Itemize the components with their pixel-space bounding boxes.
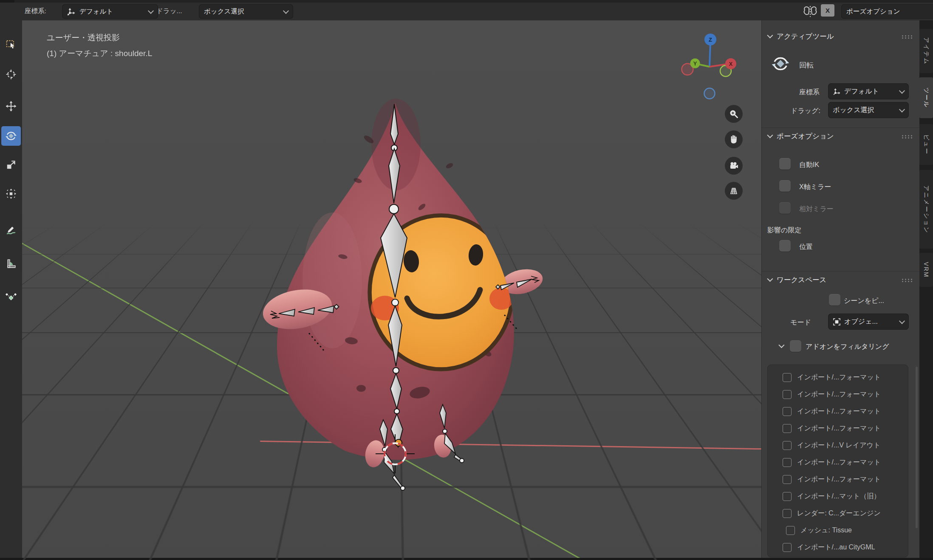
camera-icon (729, 161, 739, 171)
perspective-toggle-button[interactable] (725, 182, 743, 200)
perspective-grid-icon (729, 186, 739, 196)
panel-orientation-value: デフォルト (844, 87, 896, 96)
addon-list: インポート/...フォーマット インポート/...フォーマット インポート/..… (767, 365, 908, 557)
addon-row[interactable]: メッシュ: Tissue (768, 522, 908, 539)
blender-window: 座標系: デフォルト ドラッ... ボックス選択 (0, 0, 933, 560)
addon-checkbox[interactable] (783, 543, 792, 552)
orientation-label: 座標系: (25, 7, 46, 16)
viewport-3d[interactable]: ユーザー・透視投影 (1) アーマチュア : shoulder.L Y X Z (22, 20, 761, 560)
gizmo-z-label: Z (709, 37, 712, 43)
addon-checkbox[interactable] (783, 509, 792, 518)
gizmo-neg-z[interactable] (704, 88, 715, 99)
measure-ruler-icon (6, 258, 17, 269)
addon-checkbox[interactable] (783, 407, 792, 416)
navigation-gizmo[interactable]: Y X Z (680, 25, 744, 106)
location-checkbox[interactable] (779, 240, 791, 252)
pin-scene-checkbox[interactable] (829, 294, 840, 305)
addon-checkbox[interactable] (786, 526, 795, 535)
scrollbar[interactable] (916, 367, 918, 528)
addon-row[interactable]: インポート/...V レイアウト (768, 437, 908, 454)
panel-grip-icon[interactable] (901, 135, 914, 139)
select-box-icon (6, 39, 17, 50)
addon-row[interactable]: インポート/...フォーマット (768, 386, 908, 403)
panel-grip-icon[interactable] (901, 35, 914, 39)
chevron-down-icon (148, 8, 154, 14)
tool-move[interactable] (1, 96, 21, 116)
pose-options-dropdown[interactable]: ポーズオプション (841, 4, 933, 19)
tool-rotate[interactable] (1, 126, 21, 146)
filter-addons-checkbox[interactable] (790, 340, 801, 352)
tool-cursor[interactable] (1, 65, 21, 84)
zoom-button[interactable] (725, 105, 743, 123)
x-axis-mirror-label: X軸ミラー (799, 183, 831, 192)
panel-title: アクティブツール (777, 32, 896, 41)
panel-orientation-dropdown[interactable]: デフォルト (828, 83, 909, 99)
filter-addons-label: アドオンをフィルタリング (806, 342, 889, 351)
panel-header-workspace[interactable]: ワークスペース (767, 275, 914, 285)
addon-row[interactable]: インポート/...フォーマット (768, 369, 908, 386)
tab-tool[interactable]: ツール (919, 77, 933, 118)
tool-annotate[interactable] (1, 220, 21, 240)
mode-dropdown[interactable]: オブジェ... (828, 314, 909, 330)
tab-vrm[interactable]: VRM (919, 253, 933, 287)
addon-checkbox[interactable] (783, 424, 792, 433)
addon-checkbox[interactable] (783, 458, 792, 467)
object-mode-icon (833, 318, 841, 326)
chevron-down-icon (283, 8, 289, 14)
panel-header-active-tool[interactable]: アクティブツール (767, 32, 914, 41)
tool-measure[interactable] (1, 254, 21, 274)
sidebar-tab-strip: アイテム ツール ビュー アニメーション VRM (919, 20, 933, 560)
tool-select-box[interactable] (1, 35, 21, 54)
tool-pose-breakdowner[interactable] (1, 286, 21, 306)
panel-orientation-label: 座標系 (770, 88, 820, 97)
active-tool-rotate-icon (771, 54, 790, 73)
tool-scale[interactable] (1, 155, 21, 175)
chevron-down-icon (899, 88, 905, 94)
tab-view[interactable]: ビュー (919, 124, 933, 165)
addon-row[interactable]: インポート/...フォーマット (768, 403, 908, 420)
addon-checkbox[interactable] (783, 390, 792, 399)
addon-row[interactable]: インポート/...フォーマット (768, 420, 908, 437)
active-tool-name: 回転 (799, 60, 814, 70)
addon-row[interactable]: インポート/...フォーマット (768, 454, 908, 471)
addon-checkbox[interactable] (783, 373, 792, 382)
location-label: 位置 (799, 243, 813, 252)
addon-checkbox[interactable] (783, 492, 792, 501)
camera-view-button[interactable] (725, 157, 743, 175)
orientation-value: デフォルト (79, 7, 145, 16)
auto-ik-checkbox[interactable] (779, 158, 791, 170)
addon-label: レンダー: C...ダーエンジン (797, 509, 881, 518)
viewport-overlay-text: ユーザー・透視投影 (1) アーマチュア : shoulder.L (47, 30, 152, 61)
panel-drag-dropdown[interactable]: ボックス選択 (828, 102, 909, 118)
pan-button[interactable] (725, 130, 743, 148)
addon-checkbox[interactable] (783, 475, 792, 484)
addon-label: インポート/...フォーマット (797, 424, 881, 433)
addon-checkbox[interactable] (783, 441, 792, 450)
drag-mode-dropdown[interactable]: ボックス選択 (199, 4, 293, 19)
move-icon (6, 101, 17, 112)
addon-row[interactable]: インポート/...マット（旧） (768, 488, 908, 505)
scale-icon (6, 159, 17, 170)
addon-row[interactable]: レンダー: C...ダーエンジン (768, 505, 908, 522)
toolbar (0, 20, 23, 560)
mirror-x-toggle[interactable]: X (821, 4, 834, 17)
panel-drag-value: ボックス選択 (833, 106, 896, 115)
panel-header-pose-options[interactable]: ポーズオプション (767, 132, 914, 141)
pan-hand-icon (729, 134, 739, 144)
panel-grip-icon[interactable] (901, 278, 914, 282)
sidebar-panel: アクティブツール 回転 座標系 デフォルト ドラッグ: (761, 20, 920, 560)
collapse-chevron-icon[interactable] (778, 342, 784, 348)
character-model[interactable] (238, 93, 561, 493)
addon-label: インポート/...au CityGML (797, 543, 875, 552)
orientation-dropdown[interactable]: デフォルト (62, 4, 158, 19)
tab-item[interactable]: アイテム (919, 29, 933, 73)
drag-label: ドラッ... (156, 7, 182, 16)
addon-row[interactable]: インポート/...フォーマット (768, 471, 908, 488)
x-axis-mirror-checkbox[interactable] (779, 180, 791, 192)
mirror-butterfly-icon (802, 5, 818, 18)
tool-transform[interactable] (1, 184, 21, 204)
addon-row[interactable]: インポート/...au CityGML (768, 539, 908, 556)
chevron-down-icon (899, 318, 905, 324)
panel-separator (762, 127, 920, 128)
tab-animation[interactable]: アニメーション (919, 170, 933, 249)
